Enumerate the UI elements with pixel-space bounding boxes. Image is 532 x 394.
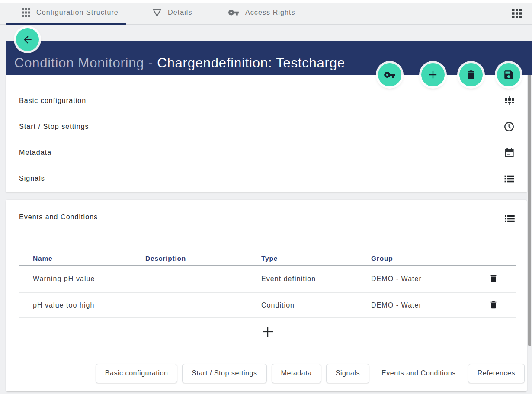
tab-details[interactable]: Details	[152, 3, 192, 22]
footer-button-references[interactable]: References	[468, 364, 525, 383]
page-title-main: Chargendefinition: Testcharge	[157, 55, 345, 70]
cell-type: Condition	[261, 301, 295, 309]
tab-label: Configuration Structure	[36, 9, 119, 16]
scrollbar-thumb[interactable]	[528, 70, 531, 346]
tune-icon	[504, 96, 515, 106]
column-header-group: Group	[371, 255, 393, 263]
section-label: Metadata	[19, 149, 51, 157]
cell-name: Warning pH value	[33, 275, 95, 283]
back-button[interactable]	[16, 28, 39, 51]
tab-configuration-structure[interactable]: Configuration Structure	[22, 3, 119, 22]
table-row[interactable]: pH value too high Condition DEMO - Water	[19, 293, 516, 318]
cell-group: DEMO - Water	[371, 301, 422, 309]
section-row-start-stop[interactable]: Start / Stop settings	[6, 114, 527, 140]
tab-label: Details	[168, 9, 192, 16]
delete-fab[interactable]	[459, 63, 483, 86]
cell-type: Event definition	[261, 275, 316, 283]
trash-icon	[465, 69, 477, 80]
events-conditions-title: Events and Conditions	[19, 213, 98, 221]
page-title: Condition Monitoring - Chargendefinition…	[14, 55, 345, 71]
cell-group: DEMO - Water	[371, 275, 422, 283]
save-fab[interactable]	[497, 63, 520, 86]
column-header-name: Name	[33, 255, 52, 263]
list-icon	[504, 173, 515, 184]
tab-bar: Configuration Structure Details Access R…	[0, 3, 532, 25]
top-strip	[0, 0, 532, 3]
footer-button-signals[interactable]: Signals	[326, 364, 369, 383]
table-header-row: Name Description Type Group	[19, 251, 516, 266]
footer-button-basic-configuration[interactable]: Basic configuration	[96, 364, 178, 383]
plus-icon	[427, 69, 439, 81]
clock-icon	[503, 121, 515, 132]
grid-icon	[22, 8, 30, 17]
footer-button-metadata[interactable]: Metadata	[272, 364, 321, 383]
tab-access-rights[interactable]: Access Rights	[228, 3, 295, 22]
access-rights-fab[interactable]	[378, 63, 401, 86]
calendar-icon	[504, 147, 515, 158]
footer-button-start-stop[interactable]: Start / Stop settings	[182, 364, 266, 383]
sections-card: Basic configuration Start / Stop setting…	[6, 75, 527, 192]
section-row-signals[interactable]: Signals	[6, 166, 527, 192]
events-conditions-card: Events and Conditions Name Description T…	[6, 200, 527, 391]
footer-button-bar: Basic configuration Start / Stop setting…	[6, 355, 527, 391]
delete-row-button[interactable]	[489, 274, 499, 284]
table-row[interactable]: Warning pH value Event definition DEMO -…	[19, 266, 516, 293]
events-table: Name Description Type Group Warning pH v…	[19, 251, 516, 346]
tab-label: Access Rights	[245, 9, 295, 16]
section-label: Basic configuration	[19, 97, 86, 105]
column-header-description: Description	[145, 255, 186, 263]
page-title-prefix: Condition Monitoring -	[14, 55, 157, 70]
key-icon	[384, 69, 396, 81]
active-tab-indicator	[6, 23, 126, 25]
apps-grid-icon[interactable]	[512, 9, 522, 19]
add-row	[19, 318, 516, 346]
column-header-type: Type	[261, 255, 278, 263]
arrow-left-icon	[22, 34, 33, 45]
funnel-icon	[152, 8, 162, 17]
section-label: Signals	[19, 175, 45, 183]
delete-row-button[interactable]	[489, 300, 499, 311]
save-icon	[503, 69, 514, 80]
add-row-button[interactable]	[262, 326, 273, 337]
key-icon	[228, 7, 239, 18]
section-row-metadata[interactable]: Metadata	[6, 140, 527, 166]
add-fab[interactable]	[421, 63, 445, 86]
footer-button-events-conditions[interactable]: Events and Conditions	[374, 364, 463, 383]
section-row-basic-configuration[interactable]: Basic configuration	[6, 88, 527, 114]
list-icon[interactable]	[504, 213, 515, 224]
section-label: Start / Stop settings	[19, 123, 89, 131]
cell-name: pH value too high	[33, 301, 94, 309]
page-header: Condition Monitoring - Chargendefinition…	[6, 41, 532, 75]
